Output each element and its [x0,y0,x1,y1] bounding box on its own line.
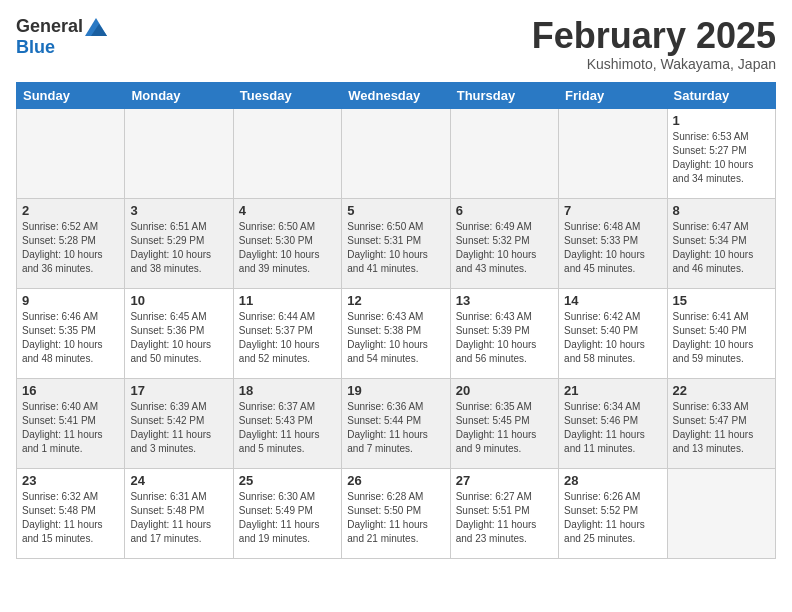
calendar-week-row: 16Sunrise: 6:40 AM Sunset: 5:41 PM Dayli… [17,378,776,468]
calendar-cell [233,108,341,198]
day-number: 15 [673,293,770,308]
calendar-cell: 2Sunrise: 6:52 AM Sunset: 5:28 PM Daylig… [17,198,125,288]
calendar-cell: 4Sunrise: 6:50 AM Sunset: 5:30 PM Daylig… [233,198,341,288]
day-number: 20 [456,383,553,398]
calendar-subtitle: Kushimoto, Wakayama, Japan [532,56,776,72]
calendar-cell: 13Sunrise: 6:43 AM Sunset: 5:39 PM Dayli… [450,288,558,378]
calendar-cell: 20Sunrise: 6:35 AM Sunset: 5:45 PM Dayli… [450,378,558,468]
day-number: 24 [130,473,227,488]
day-number: 14 [564,293,661,308]
day-info: Sunrise: 6:44 AM Sunset: 5:37 PM Dayligh… [239,310,336,366]
calendar-cell: 15Sunrise: 6:41 AM Sunset: 5:40 PM Dayli… [667,288,775,378]
day-info: Sunrise: 6:46 AM Sunset: 5:35 PM Dayligh… [22,310,119,366]
day-info: Sunrise: 6:50 AM Sunset: 5:30 PM Dayligh… [239,220,336,276]
title-block: February 2025 Kushimoto, Wakayama, Japan [532,16,776,72]
calendar-title: February 2025 [532,16,776,56]
calendar-cell [667,468,775,558]
weekday-header-friday: Friday [559,82,667,108]
day-number: 16 [22,383,119,398]
day-number: 8 [673,203,770,218]
day-info: Sunrise: 6:52 AM Sunset: 5:28 PM Dayligh… [22,220,119,276]
day-info: Sunrise: 6:30 AM Sunset: 5:49 PM Dayligh… [239,490,336,546]
calendar-cell: 1Sunrise: 6:53 AM Sunset: 5:27 PM Daylig… [667,108,775,198]
calendar-cell: 22Sunrise: 6:33 AM Sunset: 5:47 PM Dayli… [667,378,775,468]
day-number: 22 [673,383,770,398]
calendar-cell: 23Sunrise: 6:32 AM Sunset: 5:48 PM Dayli… [17,468,125,558]
day-info: Sunrise: 6:40 AM Sunset: 5:41 PM Dayligh… [22,400,119,456]
weekday-header-monday: Monday [125,82,233,108]
calendar-cell: 16Sunrise: 6:40 AM Sunset: 5:41 PM Dayli… [17,378,125,468]
calendar-cell [125,108,233,198]
day-info: Sunrise: 6:36 AM Sunset: 5:44 PM Dayligh… [347,400,444,456]
calendar-cell: 10Sunrise: 6:45 AM Sunset: 5:36 PM Dayli… [125,288,233,378]
day-number: 27 [456,473,553,488]
calendar-cell: 18Sunrise: 6:37 AM Sunset: 5:43 PM Dayli… [233,378,341,468]
day-number: 17 [130,383,227,398]
day-number: 5 [347,203,444,218]
calendar-cell: 17Sunrise: 6:39 AM Sunset: 5:42 PM Dayli… [125,378,233,468]
day-number: 19 [347,383,444,398]
day-info: Sunrise: 6:35 AM Sunset: 5:45 PM Dayligh… [456,400,553,456]
day-number: 1 [673,113,770,128]
calendar-week-row: 2Sunrise: 6:52 AM Sunset: 5:28 PM Daylig… [17,198,776,288]
day-number: 23 [22,473,119,488]
day-number: 4 [239,203,336,218]
calendar-cell: 7Sunrise: 6:48 AM Sunset: 5:33 PM Daylig… [559,198,667,288]
day-number: 12 [347,293,444,308]
day-info: Sunrise: 6:33 AM Sunset: 5:47 PM Dayligh… [673,400,770,456]
day-info: Sunrise: 6:26 AM Sunset: 5:52 PM Dayligh… [564,490,661,546]
day-number: 28 [564,473,661,488]
day-info: Sunrise: 6:43 AM Sunset: 5:39 PM Dayligh… [456,310,553,366]
day-info: Sunrise: 6:27 AM Sunset: 5:51 PM Dayligh… [456,490,553,546]
day-number: 26 [347,473,444,488]
day-info: Sunrise: 6:42 AM Sunset: 5:40 PM Dayligh… [564,310,661,366]
logo-icon [85,18,107,36]
calendar-table: SundayMondayTuesdayWednesdayThursdayFrid… [16,82,776,559]
day-number: 13 [456,293,553,308]
calendar-cell: 6Sunrise: 6:49 AM Sunset: 5:32 PM Daylig… [450,198,558,288]
calendar-cell [17,108,125,198]
calendar-cell: 11Sunrise: 6:44 AM Sunset: 5:37 PM Dayli… [233,288,341,378]
day-number: 6 [456,203,553,218]
day-number: 2 [22,203,119,218]
day-info: Sunrise: 6:47 AM Sunset: 5:34 PM Dayligh… [673,220,770,276]
logo: General Blue [16,16,107,58]
calendar-cell: 21Sunrise: 6:34 AM Sunset: 5:46 PM Dayli… [559,378,667,468]
calendar-week-row: 9Sunrise: 6:46 AM Sunset: 5:35 PM Daylig… [17,288,776,378]
day-number: 11 [239,293,336,308]
calendar-cell: 28Sunrise: 6:26 AM Sunset: 5:52 PM Dayli… [559,468,667,558]
day-number: 25 [239,473,336,488]
day-info: Sunrise: 6:37 AM Sunset: 5:43 PM Dayligh… [239,400,336,456]
calendar-cell [559,108,667,198]
calendar-cell: 9Sunrise: 6:46 AM Sunset: 5:35 PM Daylig… [17,288,125,378]
calendar-cell: 12Sunrise: 6:43 AM Sunset: 5:38 PM Dayli… [342,288,450,378]
day-info: Sunrise: 6:31 AM Sunset: 5:48 PM Dayligh… [130,490,227,546]
day-info: Sunrise: 6:53 AM Sunset: 5:27 PM Dayligh… [673,130,770,186]
calendar-week-row: 23Sunrise: 6:32 AM Sunset: 5:48 PM Dayli… [17,468,776,558]
weekday-header-saturday: Saturday [667,82,775,108]
weekday-header-wednesday: Wednesday [342,82,450,108]
calendar-cell: 19Sunrise: 6:36 AM Sunset: 5:44 PM Dayli… [342,378,450,468]
day-number: 9 [22,293,119,308]
day-info: Sunrise: 6:48 AM Sunset: 5:33 PM Dayligh… [564,220,661,276]
day-number: 18 [239,383,336,398]
calendar-cell: 27Sunrise: 6:27 AM Sunset: 5:51 PM Dayli… [450,468,558,558]
day-info: Sunrise: 6:32 AM Sunset: 5:48 PM Dayligh… [22,490,119,546]
calendar-cell: 24Sunrise: 6:31 AM Sunset: 5:48 PM Dayli… [125,468,233,558]
logo-blue-text: Blue [16,37,55,58]
day-info: Sunrise: 6:34 AM Sunset: 5:46 PM Dayligh… [564,400,661,456]
calendar-cell: 5Sunrise: 6:50 AM Sunset: 5:31 PM Daylig… [342,198,450,288]
day-info: Sunrise: 6:49 AM Sunset: 5:32 PM Dayligh… [456,220,553,276]
calendar-cell: 14Sunrise: 6:42 AM Sunset: 5:40 PM Dayli… [559,288,667,378]
calendar-week-row: 1Sunrise: 6:53 AM Sunset: 5:27 PM Daylig… [17,108,776,198]
day-number: 3 [130,203,227,218]
logo-general-text: General [16,16,83,37]
day-info: Sunrise: 6:45 AM Sunset: 5:36 PM Dayligh… [130,310,227,366]
day-info: Sunrise: 6:50 AM Sunset: 5:31 PM Dayligh… [347,220,444,276]
page-header: General Blue February 2025 Kushimoto, Wa… [16,16,776,72]
calendar-cell: 25Sunrise: 6:30 AM Sunset: 5:49 PM Dayli… [233,468,341,558]
calendar-cell: 8Sunrise: 6:47 AM Sunset: 5:34 PM Daylig… [667,198,775,288]
day-number: 21 [564,383,661,398]
day-info: Sunrise: 6:41 AM Sunset: 5:40 PM Dayligh… [673,310,770,366]
calendar-cell: 26Sunrise: 6:28 AM Sunset: 5:50 PM Dayli… [342,468,450,558]
